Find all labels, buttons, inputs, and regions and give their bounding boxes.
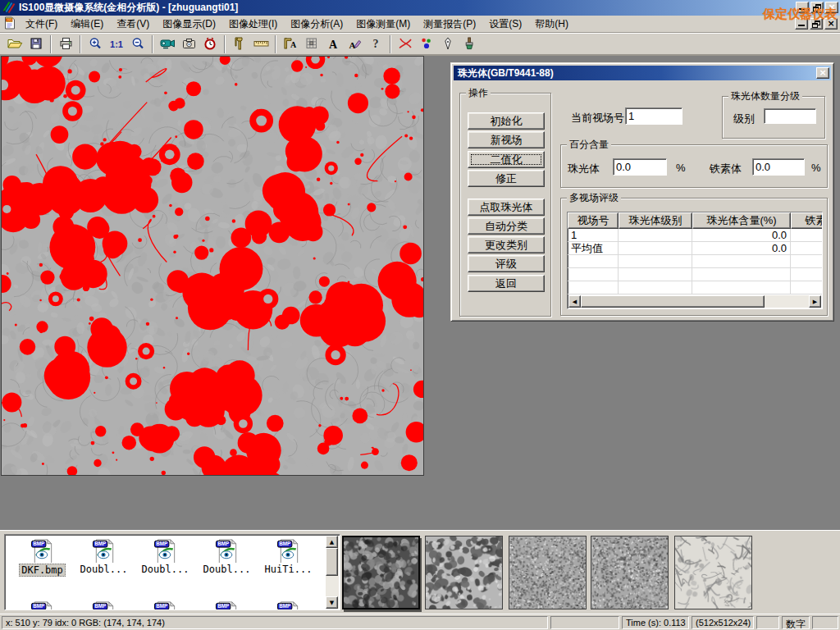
mdi-close-button[interactable]: × [824, 18, 838, 30]
multifield-table: 视场号珠光体级别珠光体含量(%)铁素体含量(%) 10.0平均值0.0 ◀ ▶ [567, 212, 823, 309]
restore-icon [813, 4, 821, 11]
ruler-button[interactable] [250, 34, 272, 54]
table-row[interactable] [568, 268, 822, 281]
mdi-restore-button[interactable] [810, 18, 823, 30]
table-row[interactable] [568, 255, 822, 268]
menu-item-image-measure[interactable]: 图像测量(M) [349, 15, 417, 34]
mdi-minimize-button[interactable] [795, 18, 808, 30]
file-item[interactable]: BMPDKF.bmp [12, 537, 72, 577]
table-cell [568, 268, 619, 281]
scroll-right-button[interactable]: ▶ [809, 295, 821, 308]
column-header[interactable]: 珠光体含量(%) [692, 212, 791, 229]
menu-item-help[interactable]: 帮助(H) [528, 15, 575, 34]
scrollbar-thumb[interactable] [326, 548, 338, 576]
bmp-file-icon: BMP [135, 537, 195, 563]
pen-tool-icon [443, 37, 453, 52]
table-cell [791, 268, 823, 281]
table-horizontal-scrollbar[interactable]: ◀ ▶ [568, 295, 821, 308]
file-item[interactable]: BMP [258, 600, 318, 610]
measure-annotate-button[interactable]: A [280, 34, 301, 54]
status-blank-panel [550, 616, 619, 629]
thumbnail-image[interactable] [674, 536, 752, 609]
grid-align-button[interactable] [301, 34, 322, 54]
file-item[interactable]: BMP [197, 600, 257, 610]
scroll-down-button[interactable]: ▼ [326, 596, 338, 609]
rate-button[interactable]: 评级 [468, 255, 545, 272]
ferrite-percent-input[interactable] [752, 158, 805, 176]
toolbar-separator [152, 35, 153, 53]
scroll-up-button[interactable]: ▲ [326, 536, 338, 548]
bmp-file-icon: BMP [74, 537, 134, 563]
file-item[interactable]: BMPDoubl... [197, 537, 257, 575]
timer-clock-button[interactable] [199, 34, 221, 54]
main-image-canvas[interactable] [1, 56, 424, 476]
brush-tool-button[interactable] [459, 34, 480, 54]
minimize-button[interactable] [796, 2, 809, 13]
initialize-button[interactable]: 初始化 [468, 112, 545, 130]
text-edit-button[interactable]: A [344, 34, 365, 54]
thumbnail-image[interactable] [342, 536, 420, 609]
table-cell: 1 [568, 229, 619, 241]
scrollbar-thumb[interactable] [581, 295, 765, 308]
dialog-title-bar[interactable]: 珠光体(GB/T9441-88) × [454, 66, 831, 80]
column-header[interactable]: 铁素体含量(%) [791, 212, 823, 229]
thumbnail-image[interactable] [591, 536, 669, 609]
menu-item-file[interactable]: 文件(F) [19, 15, 64, 34]
scrollbar-track[interactable] [765, 295, 809, 308]
caliper-button[interactable] [229, 34, 250, 54]
column-header[interactable]: 珠光体级别 [619, 212, 692, 229]
thumbnail-image[interactable] [509, 536, 587, 609]
video-camera-button[interactable] [157, 34, 178, 54]
zoom-out-button[interactable] [127, 34, 148, 54]
scroll-left-button[interactable]: ◀ [568, 295, 581, 308]
thumbnail-image[interactable] [425, 536, 503, 609]
zoom-in-button[interactable] [84, 34, 106, 54]
pearlite-label: 珠光体 [568, 162, 600, 176]
print-button[interactable] [55, 34, 76, 54]
capture-camera-button[interactable] [178, 34, 199, 54]
restore-button[interactable] [810, 2, 824, 13]
save-floppy-button[interactable] [25, 34, 47, 54]
binarize-button[interactable]: 二值化 [468, 151, 545, 168]
menu-item-view[interactable]: 查看(V) [110, 15, 156, 34]
close-button[interactable]: × [825, 2, 838, 13]
menu-item-image-display[interactable]: 图像显示(D) [156, 15, 222, 34]
table-row[interactable] [568, 281, 822, 294]
file-item[interactable]: BMP [12, 600, 72, 610]
current-field-input[interactable] [625, 107, 682, 125]
table-row[interactable]: 10.0 [568, 229, 822, 242]
return-button[interactable]: 返回 [468, 275, 545, 292]
timer-clock-icon [203, 37, 217, 52]
table-row[interactable]: 平均值0.0 [568, 242, 822, 255]
pearlite-percent-input[interactable] [613, 158, 667, 176]
menu-item-measure-report[interactable]: 测量报告(P) [417, 15, 482, 34]
text-a-button[interactable]: A [322, 34, 344, 54]
pick-pearlite-button[interactable]: 点取珠光体 [468, 199, 545, 216]
level-input[interactable] [764, 108, 816, 124]
dialog-close-button[interactable]: × [816, 67, 829, 79]
menu-item-settings[interactable]: 设置(S) [482, 15, 528, 34]
table-cell [568, 281, 619, 294]
auto-classify-button[interactable]: 自动分类 [468, 217, 545, 235]
open-folder-button[interactable] [4, 34, 25, 54]
file-item[interactable]: BMPDoubl... [135, 537, 195, 575]
correct-button[interactable]: 修正 [468, 170, 545, 187]
color-classify-button[interactable] [416, 34, 437, 54]
file-item[interactable]: BMPHuiTi... [258, 537, 318, 575]
help-button[interactable]: ? [365, 34, 386, 54]
file-list-scrollbar[interactable]: ▲ ▼ [326, 536, 339, 609]
status-bar: x: 510 y: 79 idx: 0 RGB: (174, 174, 174)… [0, 614, 840, 630]
menu-item-image-analysis[interactable]: 图像分析(A) [284, 15, 349, 34]
file-item[interactable]: BMPDoubl... [74, 537, 134, 575]
pen-tool-button[interactable] [437, 34, 459, 54]
grading-group-title: 珠光体数量分级 [728, 90, 802, 102]
column-header[interactable]: 视场号 [568, 212, 619, 229]
new-field-button[interactable]: 新视场 [468, 131, 545, 148]
file-item[interactable]: BMP [74, 600, 134, 610]
curve-tool-button[interactable] [395, 34, 416, 54]
change-category-button[interactable]: 更改类别 [468, 236, 545, 253]
file-item[interactable]: BMP [135, 600, 195, 610]
menu-item-edit[interactable]: 编辑(E) [64, 15, 110, 34]
menu-item-image-process[interactable]: 图像处理(I) [222, 15, 284, 34]
actual-size-button[interactable]: 1:1 [106, 34, 127, 54]
